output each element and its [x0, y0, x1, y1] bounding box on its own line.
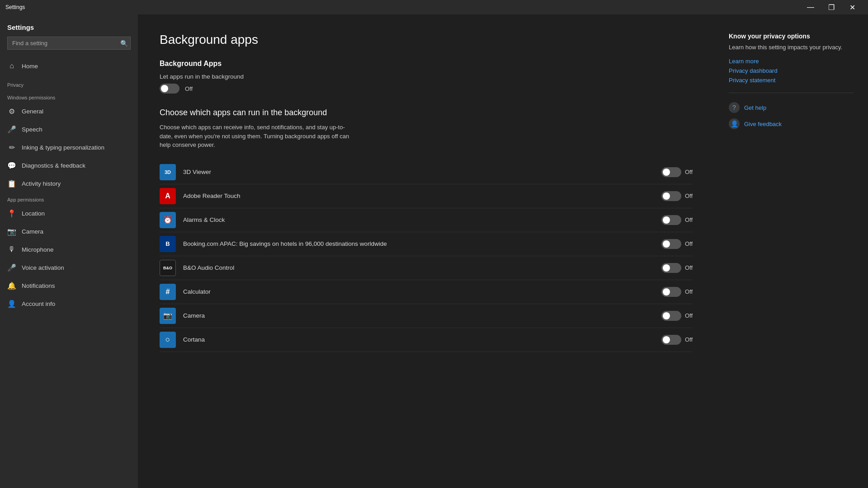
sidebar-item-general[interactable]: ⚙ General	[0, 102, 138, 120]
privacy-section-label: Privacy	[0, 75, 138, 90]
sidebar-header: Settings	[0, 14, 138, 37]
get-help-icon: ?	[729, 102, 740, 113]
sidebar-item-activity-label: Activity history	[22, 180, 61, 187]
toggle-state-booking: Off	[685, 240, 693, 247]
sidebar-item-diagnostics[interactable]: 💬 Diagnostics & feedback	[0, 156, 138, 174]
learn-more-link[interactable]: Learn more	[729, 58, 854, 65]
app-permissions-label: App permissions	[0, 192, 138, 204]
sidebar-item-home-label: Home	[22, 63, 38, 70]
background-apps-section-title: Background Apps	[160, 60, 693, 68]
activity-icon: 📋	[7, 179, 16, 188]
app-row-cortana: ○ Cortana Off	[160, 328, 693, 352]
minimize-button[interactable]: —	[800, 0, 821, 14]
right-panel-desc: Learn how this setting impacts your priv…	[729, 43, 854, 52]
sidebar-item-account[interactable]: 👤 Account info	[0, 295, 138, 313]
toggle-state-alarms: Off	[685, 216, 693, 223]
toggle-booking[interactable]	[661, 239, 681, 249]
toggle-state-adobe: Off	[685, 192, 693, 199]
sidebar-item-camera-label: Camera	[22, 228, 43, 235]
app-toggle-alarms: Off	[661, 215, 693, 225]
sidebar-item-diagnostics-label: Diagnostics & feedback	[22, 162, 85, 169]
speech-icon: 🎤	[7, 125, 16, 134]
titlebar-controls: — ❐ ✕	[800, 0, 863, 14]
search-box: 🔍	[7, 37, 131, 50]
toggle-state-calculator: Off	[685, 288, 693, 295]
toggle-state-camera: Off	[685, 312, 693, 319]
content-area: Background apps Background Apps Let apps…	[138, 14, 714, 488]
app-name-bo: B&O Audio Control	[183, 264, 661, 271]
right-panel-divider	[729, 93, 854, 93]
get-help-label: Get help	[744, 104, 766, 111]
app-toggle-cortana: Off	[661, 335, 693, 345]
privacy-statement-link[interactable]: Privacy statement	[729, 77, 854, 84]
app-toggle-booking: Off	[661, 239, 693, 249]
camera-nav-icon: 📷	[7, 227, 16, 236]
toggle-state-3dviewer: Off	[685, 169, 693, 175]
give-feedback-label: Give feedback	[744, 121, 782, 127]
app-name-calculator: Calculator	[183, 288, 661, 295]
get-help-action[interactable]: ? Get help	[729, 102, 854, 113]
app-name-alarms: Alarms & Clock	[183, 216, 661, 223]
sidebar: Settings 🔍 ⌂ Home Privacy Windows permis…	[0, 14, 138, 488]
app-toggle-3dviewer: Off	[661, 167, 693, 177]
sidebar-item-inking[interactable]: ✏ Inking & typing personalization	[0, 138, 138, 156]
app-row-alarms: ⏰ Alarms & Clock Off	[160, 208, 693, 232]
app-row-camera: 📷 Camera Off	[160, 304, 693, 328]
search-icon[interactable]: 🔍	[120, 40, 128, 47]
app-row-adobe: A Adobe Reader Touch Off	[160, 184, 693, 208]
sidebar-item-account-label: Account info	[22, 300, 55, 307]
sidebar-item-activity[interactable]: 📋 Activity history	[0, 174, 138, 192]
app-toggle-bo: Off	[661, 263, 693, 273]
sidebar-item-microphone[interactable]: 🎙 Microphone	[0, 240, 138, 258]
toggle-state-bo: Off	[685, 264, 693, 271]
titlebar: Settings — ❐ ✕	[0, 0, 868, 14]
sidebar-item-microphone-label: Microphone	[22, 246, 54, 253]
sidebar-item-voice[interactable]: 🎤 Voice activation	[0, 258, 138, 277]
toggle-alarms[interactable]	[661, 215, 681, 225]
sidebar-item-speech[interactable]: 🎤 Speech	[0, 120, 138, 138]
toggle-calculator[interactable]	[661, 287, 681, 297]
app-name-adobe: Adobe Reader Touch	[183, 192, 661, 199]
general-icon: ⚙	[7, 107, 16, 116]
right-panel-title: Know your privacy options	[729, 33, 854, 40]
home-icon: ⌂	[7, 61, 16, 70]
sidebar-item-general-label: General	[22, 108, 43, 115]
toggle-label: Let apps run in the background	[160, 73, 693, 80]
background-apps-toggle[interactable]	[160, 84, 179, 94]
app-icon-bo: B&O	[160, 260, 176, 276]
app-icon-cortana: ○	[160, 332, 176, 348]
sidebar-item-notifications[interactable]: 🔔 Notifications	[0, 277, 138, 295]
account-icon: 👤	[7, 299, 16, 308]
main-container: Settings 🔍 ⌂ Home Privacy Windows permis…	[0, 14, 868, 488]
sidebar-item-location[interactable]: 📍 Location	[0, 204, 138, 222]
inking-icon: ✏	[7, 143, 16, 152]
diagnostics-icon: 💬	[7, 161, 16, 170]
toggle-adobe[interactable]	[661, 191, 681, 201]
app-row-3dviewer: 3D 3D Viewer Off	[160, 160, 693, 184]
maximize-button[interactable]: ❐	[821, 0, 842, 14]
app-row-bo: B&O B&O Audio Control Off	[160, 256, 693, 280]
privacy-dashboard-link[interactable]: Privacy dashboard	[729, 67, 854, 74]
search-input[interactable]	[7, 37, 131, 50]
sidebar-item-home[interactable]: ⌂ Home	[0, 57, 138, 75]
sidebar-item-notifications-label: Notifications	[22, 282, 55, 289]
app-toggle-calculator: Off	[661, 287, 693, 297]
page-title: Background apps	[160, 33, 693, 47]
give-feedback-action[interactable]: 👤 Give feedback	[729, 118, 854, 129]
toggle-cortana[interactable]	[661, 335, 681, 345]
close-button[interactable]: ✕	[842, 0, 863, 14]
sidebar-item-camera[interactable]: 📷 Camera	[0, 222, 138, 240]
app-name-cortana: Cortana	[183, 336, 661, 343]
titlebar-title: Settings	[5, 4, 25, 10]
sidebar-item-voice-label: Voice activation	[22, 264, 64, 271]
background-apps-toggle-row: Off	[160, 84, 693, 94]
toggle-bo[interactable]	[661, 263, 681, 273]
sidebar-item-inking-label: Inking & typing personalization	[22, 144, 104, 151]
app-icon-booking: B	[160, 236, 176, 252]
toggle-3dviewer[interactable]	[661, 167, 681, 177]
sidebar-item-speech-label: Speech	[22, 126, 42, 133]
app-list: 3D 3D Viewer Off A Adobe Reader Touch Of…	[160, 160, 693, 352]
app-icon-adobe: A	[160, 188, 176, 204]
notifications-icon: 🔔	[7, 281, 16, 290]
toggle-camera[interactable]	[661, 311, 681, 321]
